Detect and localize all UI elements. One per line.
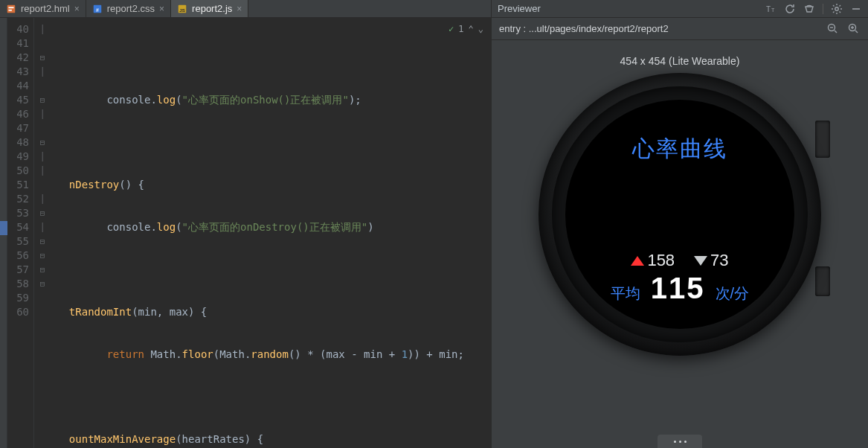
- line-number: 55: [7, 234, 29, 249]
- chevron-up-icon[interactable]: ⌃: [469, 22, 474, 36]
- line-number: 60: [7, 305, 29, 319]
- profile-icon[interactable]: [803, 3, 815, 15]
- line-number-gutter: 4041424344454647484950515253545556575859…: [7, 18, 34, 448]
- watch-crown-top: [815, 121, 830, 158]
- svg-text:#: #: [96, 7, 99, 12]
- svg-rect-1: [9, 7, 14, 8]
- line-number: 41: [7, 36, 29, 51]
- code-editor[interactable]: 4041424344454647484950515253545556575859…: [0, 18, 491, 448]
- code-area[interactable]: ✓ 1 ⌃ ⌄ console.log("心率页面的onShow()正在被调用"…: [34, 18, 491, 448]
- svg-text:JS: JS: [179, 7, 184, 12]
- js-file-icon: JS: [177, 4, 187, 14]
- line-number: 45: [7, 93, 29, 107]
- watch-screen[interactable]: 心率曲线 158 73: [565, 100, 794, 329]
- svg-rect-0: [7, 4, 16, 13]
- check-icon: ✓: [449, 22, 454, 36]
- triangle-down-icon: [694, 256, 707, 266]
- entry-path: entry : ...ult/pages/index/report2/repor…: [499, 23, 819, 34]
- refresh-icon[interactable]: [784, 3, 796, 15]
- previewer-title: Previewer: [498, 3, 757, 14]
- css-file-icon: #: [92, 4, 103, 14]
- line-number: 56: [7, 249, 29, 263]
- zoom-out-icon[interactable]: [826, 22, 840, 36]
- editor-tabs: report2.hml × # report2.css × JS report2…: [0, 0, 491, 18]
- line-number: 59: [7, 291, 29, 305]
- line-number: 46: [7, 107, 29, 121]
- tab-label: report2.js: [192, 3, 232, 14]
- preview-more-handle[interactable]: [658, 435, 702, 448]
- avg-value: 115: [651, 272, 705, 305]
- triangle-up-icon: [631, 256, 644, 266]
- preview-stage: 454 x 454 (Lite Wearable) 心率曲线 158: [492, 40, 868, 448]
- heart-rate-maxmin-row: 158 73: [565, 251, 794, 270]
- line-number: 53: [7, 206, 29, 220]
- svg-point-9: [835, 7, 838, 10]
- zoom-in-icon[interactable]: [847, 22, 861, 36]
- inspection-widget[interactable]: ✓ 1 ⌃ ⌄: [449, 22, 483, 36]
- inspection-count: 1: [458, 22, 463, 36]
- svg-text:T: T: [766, 5, 771, 13]
- line-number: 47: [7, 121, 29, 135]
- watch-crown-bottom: [815, 266, 830, 296]
- font-size-icon[interactable]: TT: [765, 3, 777, 15]
- line-number: 50: [7, 164, 29, 178]
- line-number: 49: [7, 150, 29, 164]
- line-number: 51: [7, 178, 29, 192]
- previewer-entry-bar: entry : ...ult/pages/index/report2/repor…: [492, 18, 868, 40]
- chevron-down-icon[interactable]: ⌄: [478, 22, 483, 36]
- previewer-toolbar: Previewer TT: [491, 0, 868, 18]
- heart-rate-title: 心率曲线: [632, 134, 727, 164]
- line-number: 58: [7, 277, 29, 291]
- line-number: 52: [7, 192, 29, 206]
- dimension-label: 454 x 454 (Lite Wearable): [620, 55, 740, 67]
- tab-label: report2.hml: [21, 3, 70, 14]
- divider: [823, 4, 823, 14]
- svg-rect-2: [9, 9, 12, 10]
- hml-file-icon: [6, 4, 16, 14]
- line-number: 54: [7, 220, 29, 234]
- tab-report2-hml[interactable]: report2.hml ×: [0, 0, 86, 17]
- line-number: 48: [7, 135, 29, 150]
- heart-rate-min: 73: [710, 251, 728, 270]
- tab-report2-js[interactable]: JS report2.js ×: [171, 0, 248, 17]
- minimize-icon[interactable]: [850, 3, 862, 15]
- gear-icon[interactable]: [831, 3, 843, 15]
- line-number: 44: [7, 79, 29, 93]
- close-icon[interactable]: ×: [74, 4, 80, 14]
- previewer-panel: entry : ...ult/pages/index/report2/repor…: [491, 18, 868, 448]
- tab-report2-css[interactable]: # report2.css ×: [86, 0, 171, 17]
- marker-stripe: [0, 18, 7, 448]
- svg-text:T: T: [771, 7, 775, 13]
- tab-label: report2.css: [107, 3, 155, 14]
- line-number: 42: [7, 51, 29, 65]
- line-number: 57: [7, 263, 29, 277]
- avg-unit: 次/分: [716, 284, 750, 304]
- avg-label: 平均: [611, 284, 640, 304]
- line-number: 40: [7, 22, 29, 36]
- watch-device: 心率曲线 158 73: [539, 73, 821, 356]
- heart-rate-max: 158: [647, 251, 675, 270]
- close-icon[interactable]: ×: [237, 4, 242, 14]
- close-icon[interactable]: ×: [159, 4, 164, 14]
- line-number: 43: [7, 65, 29, 79]
